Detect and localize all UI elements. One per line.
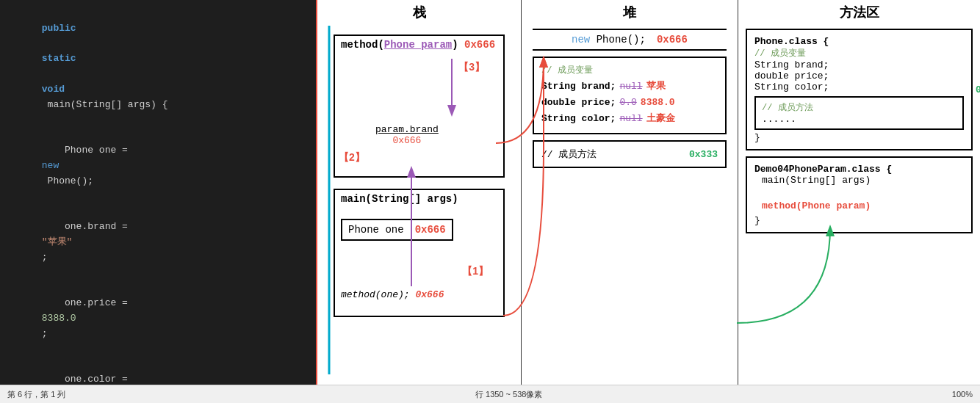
main-content: public static void main(String[] args) {…: [0, 0, 980, 385]
label-1: 【1】: [462, 265, 489, 278]
inner-methods-comment: // 成员方法: [762, 101, 956, 114]
method-frame-header: method(Phone param) 0x666: [335, 36, 503, 54]
method-addr: 0x666: [464, 39, 495, 51]
status-bar: 第 6 行，第 1 列 行 1350 ~ 538像素 100%: [0, 385, 980, 403]
phone-class-name: Phone.class {: [754, 36, 964, 47]
heap-brand-row: String brand; null 苹果: [541, 79, 718, 95]
main-frame: main(String[] args) Phone one 0x666 【1】: [334, 189, 505, 317]
method-header-text: method(Phone param): [341, 39, 458, 51]
keyword-static: static: [42, 53, 76, 64]
demo-blank: [754, 189, 964, 200]
heap-methods-row: // 成员方法 0x333: [541, 148, 718, 161]
status-left: 第 6 行，第 1 列: [7, 389, 65, 400]
phone-class-addr: 0x333: [976, 84, 980, 95]
heap-price-row: double price; 0.0 8388.0: [541, 95, 718, 111]
main-frame-body: Phone one 0x666 【1】 method(one); 0x666: [335, 208, 503, 311]
param-brand-label: param.brand 0x666: [375, 124, 439, 146]
heap-color-row: String color; null 土豪金: [541, 111, 718, 127]
code-line-3: one.brand = "苹果" ;: [7, 204, 309, 280]
keyword-void: void: [42, 84, 65, 95]
stack-title: 栈: [317, 0, 521, 25]
heap-comment: // 成员变量: [541, 64, 718, 76]
phone-class-price: double price;: [754, 70, 964, 81]
label-3: 【3】: [458, 61, 485, 74]
demo-class-box: Demo04PhoneParam.class { main(String[] a…: [746, 156, 973, 233]
code-panel: public static void main(String[] args) {…: [0, 0, 316, 385]
demo-phone-method: method(Phone param): [754, 200, 964, 211]
demo-class-close: }: [754, 215, 964, 226]
label-2: 【2】: [339, 151, 365, 164]
heap-section: 堆 new Phone(); 0x666 // 成员变量 String bran…: [522, 0, 738, 385]
inner-methods-box: // 成员方法 ......: [754, 96, 964, 130]
heap-new-phone-row: new Phone(); 0x666: [533, 29, 727, 51]
heap-title: 堆: [522, 0, 738, 25]
demo-main-method: main(String[] args): [754, 175, 964, 186]
heap-content: new Phone(); 0x666 // 成员变量 String brand;…: [522, 29, 738, 385]
demo-class-name: Demo04PhoneParam.class {: [754, 164, 964, 175]
status-middle: 行 1350 ~ 538像素: [475, 389, 542, 400]
phone-class-brand: String brand;: [754, 59, 964, 70]
status-right: 100%: [952, 390, 973, 399]
phone-one-box: Phone one 0x666: [341, 219, 453, 241]
phone-class-comment: // 成员变量: [754, 47, 964, 59]
code-line-2: Phone one = new Phone();: [7, 128, 309, 204]
code-line-4: one.price = 8388.0 ;: [7, 280, 309, 357]
inner-methods-dots: ......: [762, 114, 956, 125]
stack-content: method(Phone param) 0x666 【3】 param.bran…: [317, 25, 521, 384]
keyword-public: public: [42, 23, 76, 34]
phone-class-color: String color;: [754, 81, 964, 92]
phone-class-box: 0x333 Phone.class { // 成员变量 String brand…: [746, 29, 973, 150]
heap-fields-box: // 成员变量 String brand; null 苹果 double pri…: [533, 57, 727, 134]
code-line-5: one.color = "土豪金" ;: [7, 357, 309, 385]
stack-section: 栈 method(Phone param) 0x666 【3】: [316, 0, 522, 385]
method-call: method(one); 0x666: [341, 289, 444, 300]
method-area-section: 方法区 0x333 Phone.class { // 成员变量 String b…: [738, 0, 980, 385]
phone-class-close: }: [754, 132, 964, 143]
method-frame-top: method(Phone param) 0x666 【3】 param.bran…: [334, 35, 505, 178]
heap-methods-box: // 成员方法 0x333: [533, 140, 727, 168]
method-area-title: 方法区: [738, 0, 980, 25]
code-line-1: public static void main(String[] args) {: [7, 6, 309, 128]
method-area-content: 0x333 Phone.class { // 成员变量 String brand…: [738, 25, 980, 384]
method-frame-body: 【3】 param.brand 0x666 【2】: [335, 54, 503, 172]
main-frame-header: main(String[] args): [335, 190, 503, 208]
diagram-wrapper: 栈 method(Phone param) 0x666 【3】: [316, 0, 980, 385]
